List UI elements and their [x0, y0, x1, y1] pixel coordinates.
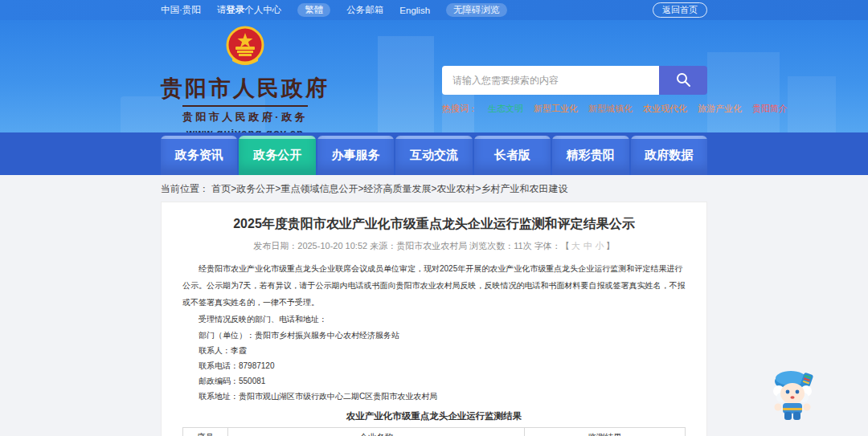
header-banner: 贵阳市人民政府 贵阳市人民政府·政务 www.guiyang.gov.cn 热搜…: [0, 20, 868, 132]
site-logo[interactable]: 贵阳市人民政府 贵阳市人民政府·政务 www.guiyang.gov.cn: [161, 20, 330, 132]
font-size-small-button[interactable]: 小: [596, 241, 604, 251]
contact-block: 部门（单位）：贵阳市乡村振兴服务中心农村经济服务站 联系人：李霞 联系电话：87…: [182, 328, 686, 404]
breadcrumb-item-rural-industry[interactable]: 乡村产业和农田建设: [481, 183, 567, 194]
hot-search-item[interactable]: 生态文明: [488, 103, 523, 115]
topbar-link-official-mail[interactable]: 公务邮箱: [346, 4, 383, 16]
breadcrumb: 当前位置： 首页>政务公开>重点领域信息公开>经济高质量发展>农业农村>乡村产业…: [161, 182, 707, 196]
hot-search-item[interactable]: 贵阳简介: [752, 103, 788, 115]
hot-search-item[interactable]: 农业现代化: [643, 103, 687, 115]
contact-phone: 联系电话：87987120: [182, 358, 686, 373]
contact-department: 部门（单位）：贵阳市乡村振兴服务中心农村经济服务站: [182, 328, 686, 343]
breadcrumb-item-economy[interactable]: 经济高质量发展: [363, 183, 431, 194]
contact-address: 联系地址：贵阳市观山湖区市级行政中心二期C区贵阳市农业农村局: [182, 389, 686, 404]
contact-person: 联系人：李霞: [182, 343, 686, 358]
hot-search-item[interactable]: 旅游产业化: [698, 103, 742, 115]
search-icon: [675, 71, 691, 90]
search-input[interactable]: [442, 66, 659, 95]
article-meta: 发布日期：2025-10-20 10:52 来源：贵阳市农业农村局 浏览次数：1…: [182, 240, 686, 252]
breadcrumb-item-key-info[interactable]: 重点领域信息公开: [280, 183, 358, 194]
top-utility-bar: 中国·贵阳 请登录个人中心 繁體 公务邮箱 English 无障碍浏览 返回首页: [0, 0, 868, 20]
paragraph-contact-intro: 受理情况反映的部门、电话和地址：: [182, 311, 686, 328]
font-size-medium-button[interactable]: 中: [583, 241, 592, 251]
article-card: 2025年度贵阳市农业产业化市级重点龙头企业运行监测和评定结果公示 发布日期：2…: [161, 202, 707, 436]
header-cell-no: 序号: [183, 428, 228, 436]
back-home-button[interactable]: 返回首页: [653, 2, 707, 18]
header-cell-company: 企业名称: [228, 428, 525, 436]
meta-date-label: 发布日期：: [253, 241, 297, 251]
breadcrumb-label: 当前位置：: [161, 183, 209, 194]
breadcrumb-item-disclosure[interactable]: 政务公开: [236, 183, 275, 194]
hot-search-item[interactable]: 新型工业化: [534, 103, 578, 115]
login-text-post: 个人中心: [244, 5, 281, 14]
nav-tab-highlights[interactable]: 精彩贵阳: [552, 136, 628, 175]
nav-tab-disclosure[interactable]: 政务公开: [239, 136, 315, 175]
nav-tab-services[interactable]: 办事服务: [317, 136, 394, 175]
meta-source-label: 来源：: [370, 241, 396, 251]
assistant-mascot-icon[interactable]: [768, 367, 818, 426]
login-text-bold: 登录: [226, 5, 244, 14]
meta-date: 2025-10-20 10:52: [297, 241, 367, 251]
skyline-decoration: [788, 76, 836, 132]
topbar-link-english[interactable]: English: [399, 6, 430, 15]
nav-tab-news[interactable]: 政务资讯: [161, 136, 237, 175]
results-table-title: 农业产业化市级重点龙头企业运行监测结果: [182, 410, 686, 422]
skyline-decoration: [707, 52, 780, 132]
nav-tab-gov-data[interactable]: 政府数据: [631, 136, 707, 175]
table-header-row: 序号 企业名称 监测结果: [183, 428, 686, 436]
monitoring-results-table: 序号 企业名称 监测结果 1 贵州合力超市采购有限公司 合格 2 贵州友禾种业有…: [182, 427, 686, 436]
nav-tab-interaction[interactable]: 互动交流: [395, 136, 472, 175]
hot-search-item[interactable]: 新型城镇化: [588, 103, 633, 115]
search-area: 热搜词： 生态文明 新型工业化 新型城镇化 农业现代化 旅游产业化 贵阳简介: [442, 20, 707, 132]
meta-font-close: 】: [606, 241, 615, 251]
breadcrumb-item-home[interactable]: 首页: [211, 183, 231, 194]
contact-postcode: 邮政编码：550081: [182, 373, 686, 389]
site-url: www.guiyang.gov.cn: [186, 127, 304, 132]
site-title: 贵阳市人民政府: [161, 74, 330, 103]
topbar-link-china-guiyang[interactable]: 中国·贵阳: [161, 4, 201, 16]
breadcrumb-item-agriculture[interactable]: 农业农村: [436, 183, 475, 194]
topbar-link-traditional-chinese[interactable]: 繁體: [297, 3, 330, 17]
article-body: 经贵阳市农业产业化市级重点龙头企业联席会议成员单位审定，现对2025年开展的农业…: [182, 260, 686, 328]
nav-tab-elderly-version[interactable]: 长者版: [474, 136, 551, 175]
hot-search-row: 热搜词： 生态文明 新型工业化 新型城镇化 农业现代化 旅游产业化 贵阳简介: [442, 103, 707, 115]
font-size-large-button[interactable]: 大: [571, 241, 580, 251]
site-subtitle: 贵阳市人民政府·政务: [182, 105, 308, 124]
header-cell-result: 监测结果: [525, 428, 686, 436]
paragraph-announcement: 经贵阳市农业产业化市级重点龙头企业联席会议成员单位审定，现对2025年开展的农业…: [182, 260, 686, 311]
topbar-link-accessibility[interactable]: 无障碍浏览: [446, 3, 507, 17]
login-text-pre: 请: [217, 5, 227, 14]
search-button[interactable]: [659, 66, 707, 95]
meta-source: 贵阳市农业农村局: [396, 241, 467, 251]
meta-views: 11次: [514, 241, 531, 251]
meta-font-label: 字体：【: [534, 241, 570, 251]
national-emblem-icon: [224, 26, 266, 72]
main-navigation: 政务资讯 政务公开 办事服务 互动交流 长者版 精彩贵阳 政府数据: [0, 132, 868, 175]
article-title: 2025年度贵阳市农业产业化市级重点龙头企业运行监测和评定结果公示: [182, 215, 686, 233]
topbar-link-login[interactable]: 请登录个人中心: [217, 4, 282, 16]
hot-search-label: 热搜词：: [442, 103, 477, 115]
meta-views-label: 浏览次数：: [469, 241, 514, 251]
